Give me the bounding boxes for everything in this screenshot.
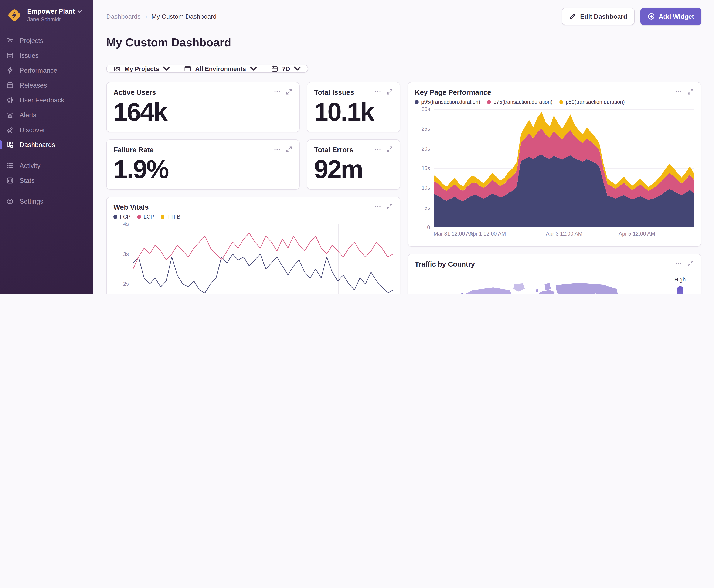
chart-legend: FCPLCPTTFB [113,214,180,220]
widget-menu-button[interactable] [274,146,281,153]
widget-key-page-performance: Key Page Performance p95(transaction.dur… [408,82,701,247]
lightning-icon [6,66,14,75]
legend-item[interactable]: LCP [137,214,154,220]
expand-icon [286,88,293,95]
widget-expand-button[interactable] [286,146,293,153]
sidebar-item-stats[interactable]: Stats [0,173,93,188]
legend-dot [559,100,563,104]
sidebar-item-label: Activity [20,162,40,169]
sidebar-item-dashboards[interactable]: Dashboards [0,137,93,152]
chevron-down-icon [250,65,257,72]
widget-expand-button[interactable] [386,88,393,95]
breadcrumb-current: My Custom Dashboard [151,13,217,20]
stat-value: 164k [113,100,293,126]
expand-icon [386,203,393,210]
sidebar-item-label: Projects [20,37,43,44]
project-filter[interactable]: My Projects [107,65,177,72]
pencil-icon [569,13,576,20]
widget-menu-button[interactable] [374,203,381,210]
sidebar-item-label: Settings [20,197,43,205]
edit-dashboard-button[interactable]: Edit Dashboard [562,8,634,25]
legend-dot [415,100,419,104]
expand-icon [687,88,694,95]
ellipsis-icon [274,146,281,153]
archive-icon [6,81,14,89]
legend-dot [113,215,117,219]
widget-title: Total Errors [314,146,353,154]
stat-value: 1.9% [113,157,293,183]
sidebar-item-activity[interactable]: Activity [0,158,93,173]
siren-icon [6,111,14,119]
widget-expand-button[interactable] [286,88,293,95]
filter-bar: My Projects All Environments 7D [106,65,308,73]
sidebar-item-discover[interactable]: Discover [0,123,93,137]
chart-canvas [434,109,694,228]
ellipsis-icon [374,146,381,153]
expand-icon [386,88,393,95]
widget-title: Active Users [113,88,156,97]
breadcrumb-dashboards-link[interactable]: Dashboards [106,13,141,20]
chevron-down-icon [77,9,82,13]
sidebar-item-settings[interactable]: Settings [0,194,93,209]
widget-web-vitals: Web Vitals FCPLCPTTFB 01s2s3s4s Mar 31 1… [106,197,401,294]
widget-expand-button[interactable] [386,203,393,210]
sidebar-item-label: Releases [20,81,47,89]
breadcrumb: Dashboards › My Custom Dashboard [106,13,217,20]
chart-canvas [133,224,393,294]
widget-title: Key Page Performance [415,88,491,96]
legend-item[interactable]: TTFB [161,214,181,220]
widget-menu-button[interactable] [675,260,682,267]
x-axis: Mar 31 12:00 AMApr 1 12:00 AMApr 3 12:00… [434,229,694,239]
widget-title: Traffic by Country [415,260,475,268]
legend-dot [487,100,491,104]
chart-legend: p95(transaction.duration)p75(transaction… [415,99,625,105]
page-title: My Custom Dashboard [106,36,701,49]
widget-menu-button[interactable] [675,88,682,95]
legend-item[interactable]: p75(transaction.duration) [487,99,553,105]
expand-icon [687,260,694,267]
widget-menu-button[interactable] [374,88,381,95]
widget-expand-button[interactable] [687,260,694,267]
world-map[interactable] [448,274,634,294]
widget-expand-button[interactable] [687,88,694,95]
widget-title: Web Vitals [113,203,149,211]
expand-icon [386,146,393,153]
widget-menu-button[interactable] [374,146,381,153]
ellipsis-icon [675,88,682,95]
sidebar-item-releases[interactable]: Releases [0,78,93,93]
org-name: Empower Plant [27,7,75,16]
chevron-down-icon [294,65,301,72]
widget-active-users: Active Users 164k [106,82,300,132]
app-window: Empower Plant Jane Schmidt Projects Issu… [0,0,714,294]
sidebar-item-label: User Feedback [20,96,64,104]
expand-icon [286,146,293,153]
add-widget-button[interactable]: Add Widget [641,8,701,25]
ellipsis-icon [374,88,381,95]
sidebar-item-label: Performance [20,66,57,74]
sidebar-item-alerts[interactable]: Alerts [0,108,93,123]
y-axis: 01s2s3s4s [113,224,133,294]
widget-menu-button[interactable] [274,88,281,95]
widget-expand-button[interactable] [386,146,393,153]
sidebar-item-label: Issues [20,52,39,59]
org-user: Jane Schmidt [27,16,82,23]
chart-plot[interactable] [133,224,393,294]
main-content: Dashboards › My Custom Dashboard Edit Da… [93,0,714,294]
ellipsis-icon [675,260,682,267]
date-range-filter[interactable]: 7D [264,65,308,72]
environment-filter[interactable]: All Environments [177,65,264,72]
legend-item[interactable]: p95(transaction.duration) [415,99,480,105]
dashboards-icon [6,141,14,149]
legend-item[interactable]: p50(transaction.duration) [559,99,625,105]
legend-item[interactable]: FCP [113,214,130,220]
issues-icon [6,51,14,60]
sidebar-item-issues[interactable]: Issues [0,48,93,63]
org-switcher[interactable]: Empower Plant Jane Schmidt [0,0,93,28]
sidebar-item-user-feedback[interactable]: User Feedback [0,93,93,108]
breadcrumb-separator: › [145,13,147,20]
sidebar-item-projects[interactable]: Projects [0,33,93,48]
sidebar-item-performance[interactable]: Performance [0,63,93,78]
plus-circle-icon [648,13,655,20]
chart-plot[interactable] [434,109,694,228]
chevron-down-icon [163,65,170,72]
